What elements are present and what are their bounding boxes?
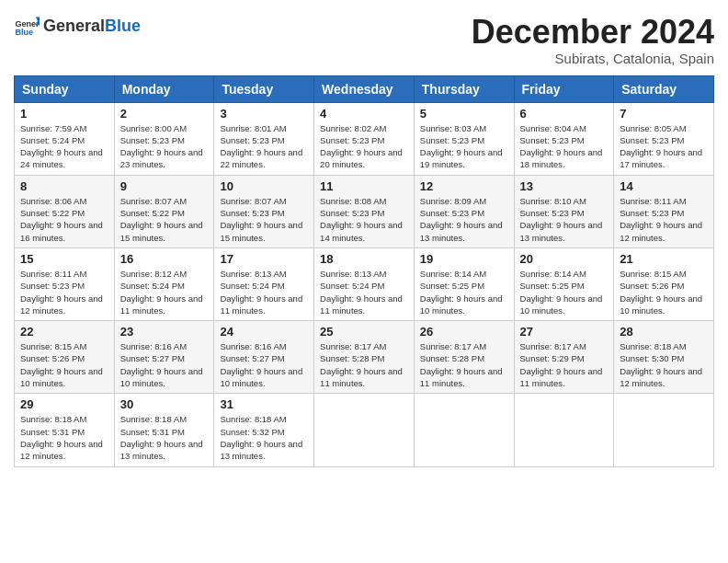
calendar-cell: 14Sunrise: 8:11 AM Sunset: 5:23 PM Dayli… <box>614 175 714 247</box>
day-number: 22 <box>20 325 108 339</box>
calendar-cell: 22Sunrise: 8:15 AM Sunset: 5:26 PM Dayli… <box>15 321 115 394</box>
logo-blue-text: Blue <box>105 17 141 35</box>
calendar-table: SundayMondayTuesdayWednesdayThursdayFrid… <box>14 75 714 467</box>
calendar-cell: 25Sunrise: 8:17 AM Sunset: 5:28 PM Dayli… <box>314 321 415 394</box>
day-info: Sunrise: 8:09 AM Sunset: 5:23 PM Dayligh… <box>420 195 508 244</box>
day-info: Sunrise: 8:11 AM Sunset: 5:23 PM Dayligh… <box>20 268 108 316</box>
weekday-header-row: SundayMondayTuesdayWednesdayThursdayFrid… <box>15 75 714 102</box>
day-number: 10 <box>220 179 308 193</box>
calendar-cell: 18Sunrise: 8:13 AM Sunset: 5:24 PM Dayli… <box>314 247 415 320</box>
day-number: 9 <box>120 179 209 193</box>
day-info: Sunrise: 7:59 AM Sunset: 5:24 PM Dayligh… <box>20 122 108 171</box>
calendar-cell: 2Sunrise: 8:00 AM Sunset: 5:23 PM Daylig… <box>114 102 214 175</box>
logo-general-text: General <box>43 17 105 35</box>
calendar-cell: 3Sunrise: 8:01 AM Sunset: 5:23 PM Daylig… <box>214 102 314 175</box>
day-number: 15 <box>20 252 108 266</box>
day-number: 6 <box>520 107 609 121</box>
weekday-header-tuesday: Tuesday <box>214 75 314 102</box>
day-number: 16 <box>120 252 209 266</box>
day-number: 11 <box>320 179 408 193</box>
weekday-header-thursday: Thursday <box>414 75 514 102</box>
day-info: Sunrise: 8:18 AM Sunset: 5:31 PM Dayligh… <box>120 413 209 462</box>
day-info: Sunrise: 8:18 AM Sunset: 5:31 PM Dayligh… <box>20 413 108 462</box>
week-row-5: 29Sunrise: 8:18 AM Sunset: 5:31 PM Dayli… <box>15 394 714 466</box>
day-number: 8 <box>20 179 108 193</box>
calendar-cell: 13Sunrise: 8:10 AM Sunset: 5:23 PM Dayli… <box>514 175 614 247</box>
calendar-cell: 10Sunrise: 8:07 AM Sunset: 5:23 PM Dayli… <box>214 175 314 247</box>
calendar-cell: 23Sunrise: 8:16 AM Sunset: 5:27 PM Dayli… <box>114 321 214 394</box>
day-info: Sunrise: 8:00 AM Sunset: 5:23 PM Dayligh… <box>120 122 209 171</box>
weekday-header-sunday: Sunday <box>15 75 115 102</box>
day-number: 7 <box>620 107 708 121</box>
page-header: General Blue GeneralBlue December 2024 S… <box>14 14 714 66</box>
day-number: 20 <box>520 252 609 266</box>
day-info: Sunrise: 8:07 AM Sunset: 5:22 PM Dayligh… <box>120 195 209 244</box>
day-info: Sunrise: 8:16 AM Sunset: 5:27 PM Dayligh… <box>120 340 209 389</box>
calendar-cell: 15Sunrise: 8:11 AM Sunset: 5:23 PM Dayli… <box>15 247 115 320</box>
day-number: 3 <box>220 107 308 121</box>
day-number: 14 <box>620 179 708 193</box>
day-info: Sunrise: 8:14 AM Sunset: 5:25 PM Dayligh… <box>520 268 609 316</box>
day-info: Sunrise: 8:06 AM Sunset: 5:22 PM Dayligh… <box>20 195 108 244</box>
calendar-cell: 19Sunrise: 8:14 AM Sunset: 5:25 PM Dayli… <box>414 247 514 320</box>
day-info: Sunrise: 8:18 AM Sunset: 5:32 PM Dayligh… <box>220 413 308 462</box>
day-info: Sunrise: 8:16 AM Sunset: 5:27 PM Dayligh… <box>220 340 308 389</box>
day-number: 18 <box>320 252 408 266</box>
calendar-cell <box>514 394 614 466</box>
calendar-cell: 6Sunrise: 8:04 AM Sunset: 5:23 PM Daylig… <box>514 102 614 175</box>
calendar-cell: 5Sunrise: 8:03 AM Sunset: 5:23 PM Daylig… <box>414 102 514 175</box>
day-info: Sunrise: 8:01 AM Sunset: 5:23 PM Dayligh… <box>220 122 308 171</box>
calendar-cell <box>614 394 714 466</box>
day-number: 26 <box>420 325 508 339</box>
day-number: 17 <box>220 252 308 266</box>
day-number: 30 <box>120 397 209 411</box>
day-number: 13 <box>520 179 609 193</box>
calendar-cell: 27Sunrise: 8:17 AM Sunset: 5:29 PM Dayli… <box>514 321 614 394</box>
day-info: Sunrise: 8:11 AM Sunset: 5:23 PM Dayligh… <box>620 195 708 244</box>
week-row-2: 8Sunrise: 8:06 AM Sunset: 5:22 PM Daylig… <box>15 175 714 247</box>
calendar-cell <box>314 394 415 466</box>
calendar-cell: 7Sunrise: 8:05 AM Sunset: 5:23 PM Daylig… <box>614 102 714 175</box>
calendar-cell: 11Sunrise: 8:08 AM Sunset: 5:23 PM Dayli… <box>314 175 415 247</box>
day-number: 2 <box>120 107 209 121</box>
day-info: Sunrise: 8:18 AM Sunset: 5:30 PM Dayligh… <box>620 340 708 389</box>
day-number: 31 <box>220 397 308 411</box>
week-row-3: 15Sunrise: 8:11 AM Sunset: 5:23 PM Dayli… <box>15 247 714 320</box>
calendar-cell: 30Sunrise: 8:18 AM Sunset: 5:31 PM Dayli… <box>114 394 214 466</box>
month-title: December 2024 <box>472 14 714 51</box>
day-number: 25 <box>320 325 408 339</box>
calendar-cell: 21Sunrise: 8:15 AM Sunset: 5:26 PM Dayli… <box>614 247 714 320</box>
day-number: 4 <box>320 107 408 121</box>
calendar-body: 1Sunrise: 7:59 AM Sunset: 5:24 PM Daylig… <box>15 102 714 466</box>
calendar-cell: 26Sunrise: 8:17 AM Sunset: 5:28 PM Dayli… <box>414 321 514 394</box>
day-number: 27 <box>520 325 609 339</box>
day-info: Sunrise: 8:10 AM Sunset: 5:23 PM Dayligh… <box>520 195 609 244</box>
day-number: 1 <box>20 107 108 121</box>
calendar-cell: 28Sunrise: 8:18 AM Sunset: 5:30 PM Dayli… <box>614 321 714 394</box>
week-row-4: 22Sunrise: 8:15 AM Sunset: 5:26 PM Dayli… <box>15 321 714 394</box>
day-info: Sunrise: 8:08 AM Sunset: 5:23 PM Dayligh… <box>320 195 408 244</box>
calendar-cell: 17Sunrise: 8:13 AM Sunset: 5:24 PM Dayli… <box>214 247 314 320</box>
day-number: 12 <box>420 179 508 193</box>
day-info: Sunrise: 8:04 AM Sunset: 5:23 PM Dayligh… <box>520 122 609 171</box>
day-info: Sunrise: 8:15 AM Sunset: 5:26 PM Dayligh… <box>620 268 708 316</box>
title-area: December 2024 Subirats, Catalonia, Spain <box>472 14 714 66</box>
day-info: Sunrise: 8:15 AM Sunset: 5:26 PM Dayligh… <box>20 340 108 389</box>
day-info: Sunrise: 8:17 AM Sunset: 5:28 PM Dayligh… <box>420 340 508 389</box>
day-number: 23 <box>120 325 209 339</box>
day-info: Sunrise: 8:12 AM Sunset: 5:24 PM Dayligh… <box>120 268 209 316</box>
calendar-cell: 20Sunrise: 8:14 AM Sunset: 5:25 PM Dayli… <box>514 247 614 320</box>
week-row-1: 1Sunrise: 7:59 AM Sunset: 5:24 PM Daylig… <box>15 102 714 175</box>
calendar-cell: 9Sunrise: 8:07 AM Sunset: 5:22 PM Daylig… <box>114 175 214 247</box>
day-number: 24 <box>220 325 308 339</box>
day-number: 29 <box>20 397 108 411</box>
day-info: Sunrise: 8:17 AM Sunset: 5:29 PM Dayligh… <box>520 340 609 389</box>
logo: General Blue GeneralBlue <box>14 14 141 40</box>
day-info: Sunrise: 8:07 AM Sunset: 5:23 PM Dayligh… <box>220 195 308 244</box>
calendar-cell <box>414 394 514 466</box>
day-number: 21 <box>620 252 708 266</box>
weekday-header-friday: Friday <box>514 75 614 102</box>
calendar-cell: 4Sunrise: 8:02 AM Sunset: 5:23 PM Daylig… <box>314 102 415 175</box>
weekday-header-saturday: Saturday <box>614 75 714 102</box>
day-info: Sunrise: 8:02 AM Sunset: 5:23 PM Dayligh… <box>320 122 408 171</box>
